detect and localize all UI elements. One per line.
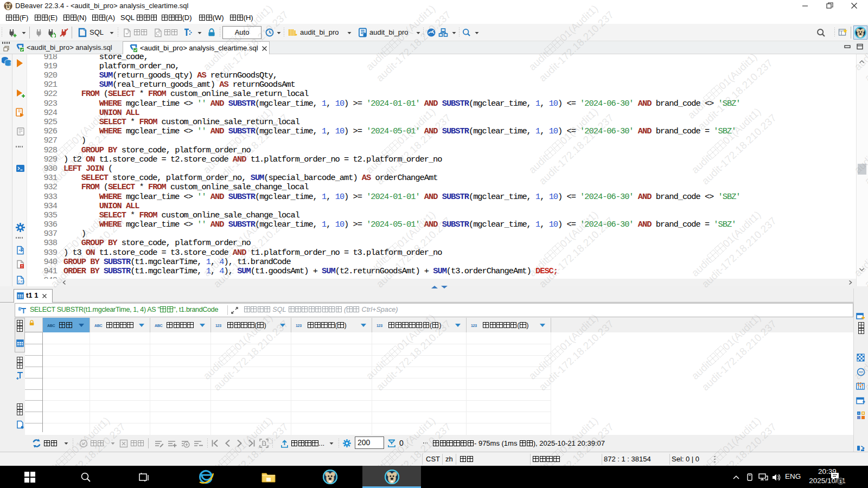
svg-text:(x): (x) — [18, 279, 24, 284]
